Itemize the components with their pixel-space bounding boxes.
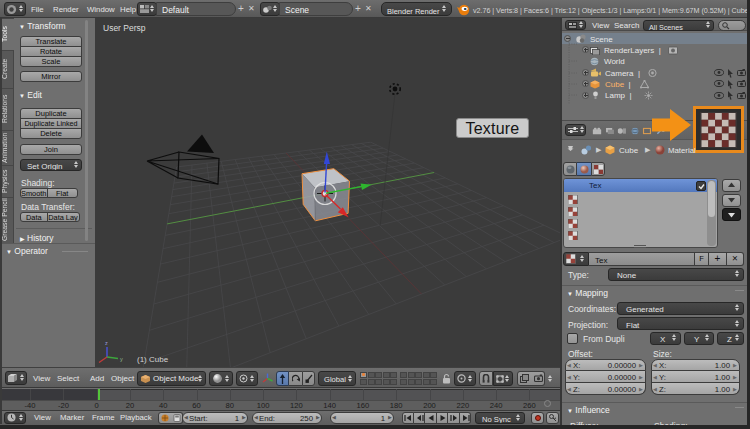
svg-text:z: z [105,340,108,346]
svg-text:(1) Cube: (1) Cube [137,355,169,364]
svg-text:User Persp: User Persp [103,23,146,33]
svg-text:y: y [120,356,123,362]
